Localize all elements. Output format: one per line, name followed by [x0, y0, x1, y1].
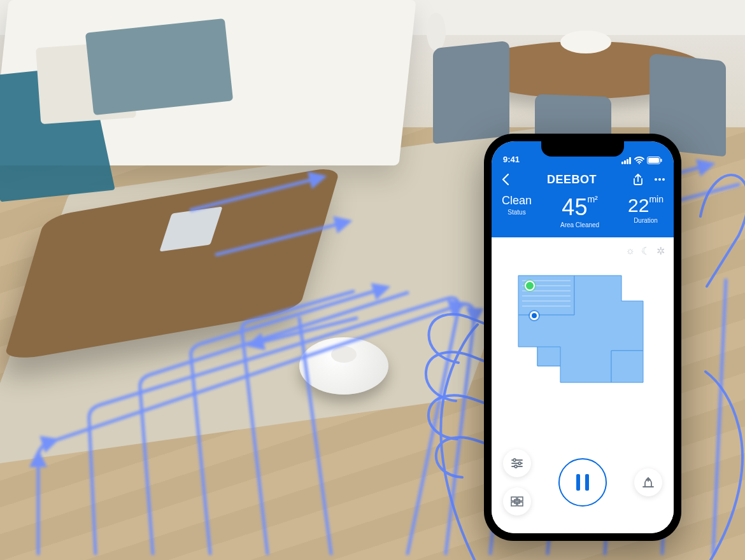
pillow-blue	[85, 18, 233, 115]
fan-icon: ✲	[656, 245, 665, 257]
svg-point-9	[658, 178, 661, 181]
stat-value: 45	[562, 194, 587, 220]
app-title: DEEBOT	[547, 173, 597, 186]
svg-point-8	[655, 178, 657, 181]
sliders-icon	[511, 458, 523, 468]
svg-rect-3	[629, 157, 631, 164]
svg-point-10	[662, 178, 665, 181]
floor-lamp	[427, 13, 446, 51]
more-button[interactable]	[653, 173, 666, 186]
stats-row: Clean Status 45m² Area Cleaned 22min Dur…	[499, 191, 666, 237]
svg-point-22	[514, 465, 517, 468]
share-button[interactable]	[632, 173, 644, 186]
svg-point-21	[518, 462, 521, 465]
phone-frame: 9:41	[484, 134, 681, 541]
floorplan	[516, 270, 649, 391]
sun-icon: ☼	[625, 245, 635, 257]
stat-unit: m²	[587, 194, 597, 204]
svg-rect-1	[624, 160, 626, 164]
moon-icon: ☾	[641, 245, 650, 257]
battery-icon	[647, 157, 662, 164]
svg-rect-26	[514, 500, 520, 503]
dock-icon	[641, 477, 655, 488]
stat-sub: Status	[502, 209, 532, 216]
more-icon	[654, 178, 665, 181]
wall-icon	[511, 496, 523, 507]
svg-rect-6	[648, 158, 659, 163]
svg-rect-7	[661, 159, 662, 162]
svg-rect-25	[511, 502, 516, 506]
svg-rect-2	[627, 159, 628, 164]
back-button[interactable]	[499, 173, 512, 186]
chevron-left-icon	[502, 174, 509, 185]
svg-rect-24	[518, 497, 523, 501]
svg-rect-23	[511, 497, 516, 501]
stat-unit: min	[649, 194, 663, 204]
zone-button[interactable]	[503, 487, 531, 515]
phone-screen: 9:41	[492, 141, 674, 533]
play-pause-button[interactable]	[558, 458, 607, 507]
svg-point-20	[513, 459, 516, 461]
map-area[interactable]: ☼ ☾ ✲	[492, 237, 674, 440]
settings-button[interactable]	[503, 449, 531, 477]
controls-bar	[492, 440, 674, 533]
svg-rect-0	[621, 162, 623, 164]
svg-rect-27	[518, 502, 523, 506]
pause-icon	[576, 474, 589, 491]
wifi-icon	[634, 157, 644, 164]
cellular-signal-icon	[621, 157, 632, 164]
phone-notch	[541, 141, 624, 157]
svg-point-4	[639, 163, 640, 164]
stat-label: Clean	[502, 195, 532, 207]
stat-sub: Area Cleaned	[532, 221, 628, 228]
robot-position-icon	[530, 311, 539, 320]
fruit-bowl	[560, 31, 611, 53]
stat-value: 22	[628, 195, 649, 216]
map-mode-icons: ☼ ☾ ✲	[625, 245, 665, 257]
hand-holding-phone: 9:41	[408, 108, 745, 560]
status-time: 9:41	[503, 155, 520, 164]
stat-clean-status: Clean Status	[502, 195, 532, 228]
share-icon	[633, 174, 643, 185]
charger-icon	[525, 281, 535, 291]
robot-vacuum	[299, 337, 388, 395]
stat-area-cleaned: 45m² Area Cleaned	[532, 195, 628, 228]
stat-duration: 22min Duration	[628, 195, 663, 228]
app-header: DEEBOT Clean Status	[492, 165, 674, 237]
stat-sub: Duration	[628, 217, 663, 224]
dock-button[interactable]	[634, 468, 662, 496]
